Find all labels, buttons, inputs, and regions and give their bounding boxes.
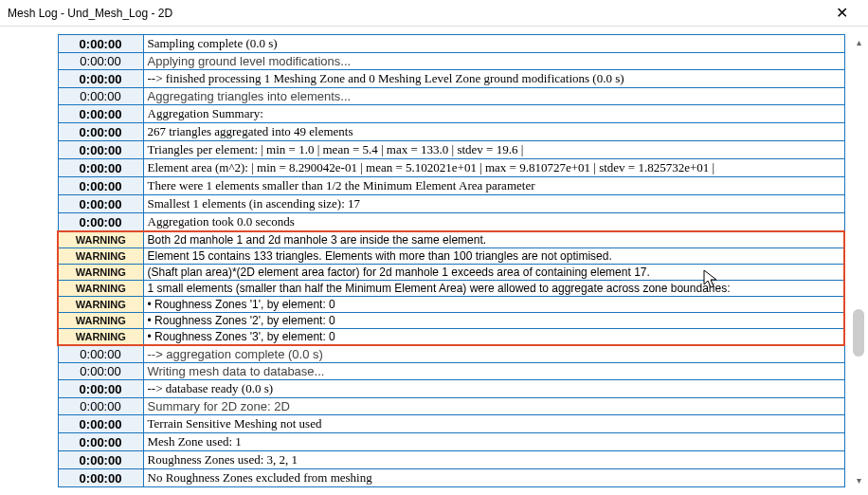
- timestamp: 0:00:00: [58, 70, 143, 88]
- warning-label: WARNING: [58, 313, 143, 329]
- log-row-warning: WARNING1 small elements (smaller than ha…: [58, 281, 844, 297]
- log-row: 0:00:00267 triangles aggregated into 49 …: [58, 123, 844, 141]
- log-row: 0:00:00Sampling complete (0.0 s): [58, 35, 844, 53]
- log-row: 0:00:00Applying ground level modificatio…: [58, 53, 844, 70]
- log-message: There were 1 elements smaller than 1/2 t…: [143, 177, 844, 195]
- window-title: Mesh Log - Und_Mesh_Log - 2D: [8, 7, 172, 20]
- log-row: 0:00:00Summary for 2D zone: 2D: [58, 398, 844, 415]
- log-row: 0:00:00Aggregation took 0.0 seconds: [58, 213, 844, 232]
- log-row: 0:00:00--> database ready (0.0 s): [58, 380, 844, 398]
- log-row: 0:00:00Roughness Zones used: 3, 2, 1: [58, 451, 844, 469]
- timestamp: 0:00:00: [58, 177, 143, 195]
- log-row: 0:00:00--> finished processing 1 Meshing…: [58, 70, 844, 88]
- timestamp: 0:00:00: [58, 123, 143, 141]
- log-table: 0:00:00Sampling complete (0.0 s)0:00:00A…: [57, 34, 845, 487]
- timestamp: 0:00:00: [58, 105, 143, 123]
- log-row: 0:00:00No Roughness Zones excluded from …: [58, 469, 844, 487]
- warning-label: WARNING: [58, 329, 143, 346]
- log-row-warning: WARNING(Shaft plan area)*(2D element are…: [58, 265, 844, 281]
- log-row: 0:00:00Aggregating triangles into elemen…: [58, 88, 844, 105]
- log-row-warning: WARNING • Roughness Zones '3', by elemen…: [58, 329, 844, 346]
- scroll-up-button[interactable]: ▴: [851, 34, 866, 49]
- vertical-scrollbar[interactable]: ▴ ▾: [851, 34, 866, 487]
- log-message: Smallest 1 elements (in ascending size):…: [143, 195, 844, 213]
- log-row-warning: WARNINGElement 15 contains 133 triangles…: [58, 248, 844, 265]
- log-message: Both 2d manhole 1 and 2d manhole 3 are i…: [143, 231, 844, 248]
- warning-label: WARNING: [58, 231, 143, 248]
- log-row: 0:00:00Triangles per element: | min = 1.…: [58, 141, 844, 159]
- timestamp: 0:00:00: [58, 451, 143, 469]
- log-message: --> database ready (0.0 s): [143, 380, 844, 398]
- timestamp: 0:00:00: [58, 415, 143, 433]
- log-message: Element 15 contains 133 triangles. Eleme…: [143, 248, 844, 265]
- log-message: Mesh Zone used: 1: [143, 433, 844, 451]
- log-row: 0:00:00Terrain Sensitive Meshing not use…: [58, 415, 844, 433]
- timestamp: 0:00:00: [58, 363, 143, 380]
- timestamp: 0:00:00: [58, 141, 143, 159]
- timestamp: 0:00:00: [58, 433, 143, 451]
- scroll-thumb[interactable]: [853, 309, 864, 357]
- timestamp: 0:00:00: [58, 469, 143, 487]
- log-message: No Roughness Zones excluded from meshing: [143, 469, 844, 487]
- warning-label: WARNING: [58, 248, 143, 265]
- log-message: Aggregation took 0.0 seconds: [143, 213, 844, 232]
- titlebar: Mesh Log - Und_Mesh_Log - 2D ✕: [0, 0, 868, 27]
- log-message: • Roughness Zones '2', by element: 0: [143, 313, 844, 329]
- log-row: 0:00:00Writing mesh data to database...: [58, 363, 844, 380]
- timestamp: 0:00:00: [58, 195, 143, 213]
- log-row: 0:00:00Element area (m^2): | min = 8.290…: [58, 159, 844, 177]
- log-row-warning: WARNINGBoth 2d manhole 1 and 2d manhole …: [58, 231, 844, 248]
- content-area: 0:00:00Sampling complete (0.0 s)0:00:00A…: [0, 27, 868, 495]
- timestamp: 0:00:00: [58, 213, 143, 232]
- log-row: 0:00:00There were 1 elements smaller tha…: [58, 177, 844, 195]
- timestamp: 0:00:00: [58, 159, 143, 177]
- log-message: Element area (m^2): | min = 8.290042e-01…: [143, 159, 844, 177]
- scroll-down-button[interactable]: ▾: [851, 472, 866, 487]
- log-message: (Shaft plan area)*(2D element area facto…: [143, 265, 844, 281]
- log-row: 0:00:00--> aggregation complete (0.0 s): [58, 345, 844, 363]
- timestamp: 0:00:00: [58, 380, 143, 398]
- log-message: Aggregation Summary:: [143, 105, 844, 123]
- warning-label: WARNING: [58, 281, 143, 297]
- log-row: 0:00:00Aggregation Summary:: [58, 105, 844, 123]
- timestamp: 0:00:00: [58, 345, 143, 363]
- log-message: Summary for 2D zone: 2D: [143, 398, 844, 415]
- log-message: Triangles per element: | min = 1.0 | mea…: [143, 141, 844, 159]
- timestamp: 0:00:00: [58, 35, 143, 53]
- warning-label: WARNING: [58, 297, 143, 313]
- log-message: • Roughness Zones '3', by element: 0: [143, 329, 844, 346]
- timestamp: 0:00:00: [58, 53, 143, 70]
- log-row-warning: WARNING • Roughness Zones '2', by elemen…: [58, 313, 844, 329]
- log-message: Roughness Zones used: 3, 2, 1: [143, 451, 844, 469]
- timestamp: 0:00:00: [58, 398, 143, 415]
- close-icon: ✕: [836, 4, 848, 22]
- log-row-warning: WARNING • Roughness Zones '1', by elemen…: [58, 297, 844, 313]
- log-message: Sampling complete (0.0 s): [143, 35, 844, 53]
- log-message: Terrain Sensitive Meshing not used: [143, 415, 844, 433]
- log-row: 0:00:00Smallest 1 elements (in ascending…: [58, 195, 844, 213]
- log-row: 0:00:00Mesh Zone used: 1: [58, 433, 844, 451]
- log-message: 1 small elements (smaller than half the …: [143, 281, 844, 297]
- warning-label: WARNING: [58, 265, 143, 281]
- log-message: 267 triangles aggregated into 49 element…: [143, 123, 844, 141]
- timestamp: 0:00:00: [58, 88, 143, 105]
- log-message: Writing mesh data to database...: [143, 363, 844, 380]
- log-message: --> aggregation complete (0.0 s): [143, 345, 844, 363]
- log-message: Applying ground level modifications...: [143, 53, 844, 70]
- log-message: Aggregating triangles into elements...: [143, 88, 844, 105]
- close-button[interactable]: ✕: [824, 3, 859, 24]
- log-message: • Roughness Zones '1', by element: 0: [143, 297, 844, 313]
- log-message: --> finished processing 1 Meshing Zone a…: [143, 70, 844, 88]
